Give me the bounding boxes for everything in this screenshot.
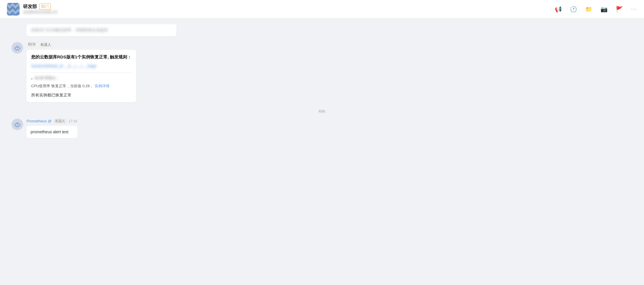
svg-rect-7 [20,48,20,49]
svg-point-10 [16,124,17,126]
rds-detail-item: CPU使用率 恢复正常，当前值 0.29， 实例详情 [31,83,131,89]
prometheus-sender-name: Prometheus @ [27,119,52,123]
group-name: 研发部 [23,4,37,10]
prometheus-message-content: Prometheus @ 机器人 17:16 prometheus alert … [27,119,77,138]
svg-rect-6 [14,48,15,49]
svg-rect-15 [20,124,20,126]
prometheus-time: 17:16 [69,119,77,123]
header-left: 研发部 部门 某某教育科技有限公司 [7,3,555,16]
prometheus-tags: 机器人 [54,119,66,124]
header-actions: 📢 🕐 📁 📷 🚩 ··· [555,6,637,13]
rds-item: • 16:30 华东1/... [31,75,131,82]
ecs-message-group: ECS 机器人 您的云数据库RDS版有1个实例恢复正常, 触发规则： Syste… [12,42,632,102]
svg-point-3 [18,48,19,49]
svg-rect-13 [18,126,19,128]
group-badge: 部门 [39,3,51,10]
timestamp-center: 刚刚 [12,109,632,114]
camera-icon[interactable]: 📷 [600,6,608,13]
timestamp-text: 刚刚 [319,109,325,113]
header-info: 研发部 部门 某某教育科技有限公司 [23,3,58,15]
clock-icon[interactable]: 🕐 [570,6,577,13]
prometheus-message-bubble: prometheus alert test [27,126,77,138]
rds-time-text: 16:30 华东1/... [34,75,59,81]
folder-icon[interactable]: 📁 [585,6,592,13]
msg-divider [31,73,131,73]
chat-area: 目前天门口问题无异常，详情登录企业监控 ECS 机器人 您的云数据库RDS版有1… [0,18,644,285]
group-avatar [7,3,20,16]
rds-link[interactable]: SystemDefault_al..._il.._i..._i..._kage [31,63,131,69]
svg-rect-9 [16,122,18,124]
more-icon[interactable]: ··· [631,6,637,12]
ecs-tag-row: ECS 机器人 [27,42,136,48]
ecs-bot-avatar [12,42,23,54]
ecs-tag: ECS [27,42,37,48]
svg-rect-4 [16,50,17,51]
ecs-message-content: ECS 机器人 您的云数据库RDS版有1个实例恢复正常, 触发规则： Syste… [27,42,136,102]
rds-detail-link[interactable]: 实例详情 [95,84,110,88]
prometheus-robot-tag: 机器人 [54,119,66,124]
rds-detail-text: CPU使用率 恢复正常，当前值 0.29， 实例详情 [31,83,110,89]
prometheus-message-group: Prometheus @ 机器人 17:16 prometheus alert … [12,119,632,138]
chat-header: 研发部 部门 某某教育科技有限公司 📢 🕐 📁 📷 🚩 ··· [0,0,644,18]
svg-rect-5 [18,50,19,51]
svg-rect-12 [16,126,17,128]
svg-rect-1 [16,46,18,47]
svg-point-11 [18,124,19,126]
rds-footer: 所有实例都已恢复正常 [31,92,131,98]
robot-tag: 机器人 [39,42,53,48]
old-message-bubble: 目前天门口问题无异常，详情登录企业监控 [27,24,176,36]
old-message-text: 目前天门口问题无异常，详情登录企业监控 [31,28,108,32]
header-title-row: 研发部 部门 [23,3,58,10]
svg-point-2 [16,48,17,49]
flag-icon[interactable]: 🚩 [616,6,623,13]
rds-title: 您的云数据库RDS版有1个实例恢复正常, 触发规则： [31,54,131,60]
rds-message-bubble: 您的云数据库RDS版有1个实例恢复正常, 触发规则： SystemDefault… [27,50,136,102]
prometheus-sender-row: Prometheus @ 机器人 17:16 [27,119,77,124]
company-name: 某某教育科技有限公司 [23,10,58,15]
svg-rect-14 [14,124,15,126]
prometheus-bot-avatar [12,119,23,130]
megaphone-icon[interactable]: 📢 [555,6,562,13]
bullet-icon: • [31,76,33,82]
prometheus-message-text: prometheus alert test [31,130,69,134]
